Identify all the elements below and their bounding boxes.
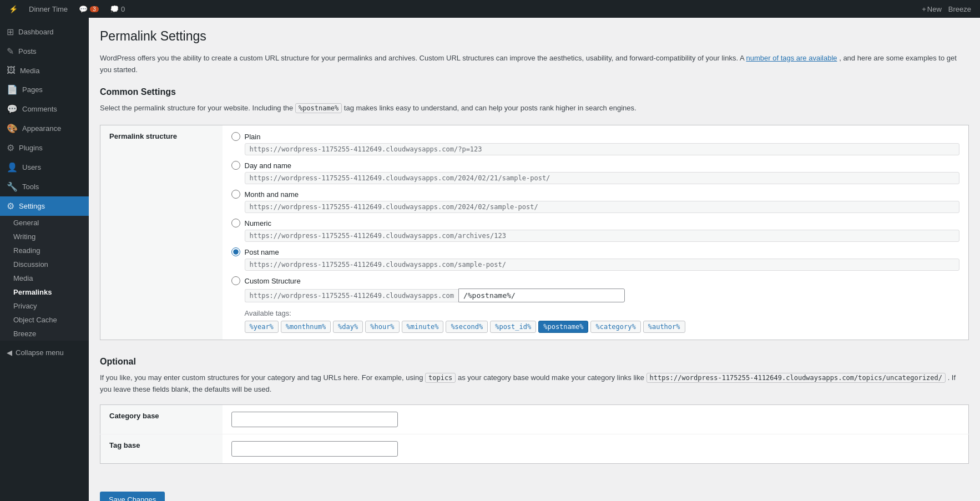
- section-desc-pre: Select the permalink structure for your …: [100, 104, 293, 112]
- new-label: New: [927, 5, 942, 13]
- adminbar-breeze[interactable]: Breeze: [944, 0, 976, 18]
- tag-btn-hour[interactable]: %hour%: [365, 321, 399, 333]
- post-name-text: Post name: [245, 248, 279, 256]
- option-month-name: Month and name https://wordpress-1175255…: [231, 190, 960, 213]
- save-changes-button[interactable]: Save Changes: [100, 492, 165, 501]
- radio-day-name[interactable]: [231, 161, 240, 170]
- category-base-row: Category base: [100, 404, 969, 434]
- submenu-item-permalinks[interactable]: Permalinks: [0, 285, 89, 299]
- example-topics-url: https://wordpress-1175255-4112649.cloudw…: [646, 373, 946, 383]
- option-plain: Plain https://wordpress-1175255-4112649.…: [231, 132, 960, 155]
- day-name-text: Day and name: [245, 161, 292, 170]
- submenu-item-discussion[interactable]: Discussion: [0, 257, 89, 271]
- submenu-item-breeze[interactable]: Breeze: [0, 327, 89, 341]
- plain-label[interactable]: Plain: [231, 132, 960, 141]
- comment-icon: 💬: [79, 5, 88, 13]
- tag-btn-year[interactable]: %year%: [245, 321, 279, 333]
- submenu-settings: GeneralWritingReadingDiscussionMediaPerm…: [0, 216, 89, 341]
- sidebar-item-users[interactable]: 👤Users: [0, 158, 89, 177]
- day-name-label[interactable]: Day and name: [231, 161, 960, 170]
- custom-label[interactable]: Custom Structure: [231, 276, 960, 285]
- tag-base-row: Tag base: [100, 434, 969, 463]
- permalink-structure-row: Permalink structure Plain https://wordpr…: [100, 125, 969, 340]
- option-custom: Custom Structure https://wordpress-11752…: [231, 276, 960, 302]
- tag-btn-post-id[interactable]: %post_id%: [490, 321, 536, 333]
- sidebar-item-label-plugins: Plugins: [19, 144, 43, 152]
- breeze-label: Breeze: [948, 5, 971, 13]
- option-numeric: Numeric https://wordpress-1175255-411264…: [231, 219, 960, 242]
- custom-text: Custom Structure: [245, 277, 301, 285]
- optional-desc-mid: as your category base would make your ca…: [458, 373, 644, 382]
- intro-link[interactable]: number of tags are available: [746, 54, 837, 62]
- postname-tag: %postname%: [295, 103, 342, 113]
- tag-base-input[interactable]: [231, 441, 398, 457]
- submenu-item-writing[interactable]: Writing: [0, 230, 89, 244]
- available-tags-label: Available tags:: [245, 309, 960, 317]
- intro-paragraph: WordPress offers you the ability to crea…: [100, 53, 969, 76]
- collapse-menu-button[interactable]: ◀ Collapse menu: [0, 343, 89, 362]
- radio-numeric[interactable]: [231, 219, 240, 227]
- sidebar-item-label-settings: Settings: [19, 202, 45, 210]
- comments-count: 3: [90, 6, 99, 12]
- bubble-count: 0: [121, 5, 125, 13]
- main-content: Permalink Settings WordPress offers you …: [89, 18, 980, 501]
- tag-btn-monthnum[interactable]: %monthnum%: [281, 321, 331, 333]
- submenu-item-reading[interactable]: Reading: [0, 244, 89, 257]
- post-name-url: https://wordpress-1175255-4112649.cloudw…: [245, 259, 960, 271]
- site-name-label: Dinner Time: [29, 5, 68, 13]
- sidebar-item-label-appearance: Appearance: [22, 124, 61, 133]
- sidebar-item-dashboard[interactable]: ⊞Dashboard: [0, 22, 89, 42]
- day-name-url: https://wordpress-1175255-4112649.cloudw…: [245, 172, 960, 184]
- month-name-label[interactable]: Month and name: [231, 190, 960, 199]
- bubble-icon: 💭: [110, 5, 119, 13]
- tag-btn-minute[interactable]: %minute%: [402, 321, 444, 333]
- sidebar-item-label-tools: Tools: [22, 183, 39, 191]
- adminbar-bubbles[interactable]: 💭 0: [105, 0, 129, 18]
- adminbar-new-button[interactable]: + New: [922, 5, 942, 13]
- settings-icon: ⚙: [7, 201, 14, 211]
- plain-url: https://wordpress-1175255-4112649.cloudw…: [245, 143, 960, 155]
- category-base-input[interactable]: [231, 412, 398, 427]
- tag-btn-category[interactable]: %category%: [590, 321, 640, 333]
- sidebar-item-pages[interactable]: 📄Pages: [0, 80, 89, 99]
- collapse-arrow-icon: ◀: [7, 348, 12, 357]
- month-name-url: https://wordpress-1175255-4112649.cloudw…: [245, 201, 960, 213]
- submenu-item-privacy[interactable]: Privacy: [0, 299, 89, 313]
- radio-post-name[interactable]: [231, 247, 240, 256]
- sidebar-item-label-posts: Posts: [18, 47, 37, 55]
- custom-structure-input[interactable]: [458, 289, 625, 302]
- custom-structure-input-row: https://wordpress-1175255-4112649.cloudw…: [245, 289, 960, 302]
- common-settings-desc: Select the permalink structure for your …: [100, 103, 969, 114]
- sidebar-item-appearance[interactable]: 🎨Appearance: [0, 119, 89, 138]
- numeric-label[interactable]: Numeric: [231, 219, 960, 227]
- sidebar-item-settings[interactable]: ⚙Settings: [0, 196, 89, 216]
- sidebar-item-label-dashboard: Dashboard: [18, 28, 54, 36]
- tag-btn-day[interactable]: %day%: [333, 321, 363, 333]
- common-settings-heading: Common Settings: [100, 87, 969, 97]
- radio-month-name[interactable]: [231, 190, 240, 199]
- wp-icon: ⚡: [9, 5, 18, 13]
- page-title: Permalink Settings: [100, 29, 969, 44]
- sidebar-item-tools[interactable]: 🔧Tools: [0, 177, 89, 196]
- radio-plain[interactable]: [231, 132, 240, 141]
- comments-icon: 💬: [7, 104, 18, 114]
- option-day-name: Day and name https://wordpress-1175255-4…: [231, 161, 960, 184]
- submenu-item-object-cache[interactable]: Object Cache: [0, 313, 89, 327]
- post-name-label[interactable]: Post name: [231, 247, 960, 256]
- submenu-item-general[interactable]: General: [0, 216, 89, 230]
- appearance-icon: 🎨: [7, 123, 18, 134]
- adminbar-comments[interactable]: 💬 3: [74, 0, 103, 18]
- adminbar-site-name[interactable]: Dinner Time: [24, 0, 72, 18]
- tag-btn-author[interactable]: %author%: [643, 321, 685, 333]
- optional-description: If you like, you may enter custom struct…: [100, 372, 969, 396]
- sidebar-item-plugins[interactable]: ⚙Plugins: [0, 138, 89, 158]
- tag-btn-second[interactable]: %second%: [446, 321, 488, 333]
- adminbar-wp-logo[interactable]: ⚡: [4, 0, 22, 18]
- sidebar-item-comments[interactable]: 💬Comments: [0, 99, 89, 119]
- sidebar-item-media[interactable]: 🖼Media: [0, 61, 89, 80]
- tag-btn-postname[interactable]: %postname%: [538, 321, 588, 333]
- intro-text-part1: WordPress offers you the ability to crea…: [100, 54, 744, 62]
- submenu-item-media[interactable]: Media: [0, 271, 89, 285]
- radio-custom[interactable]: [231, 276, 240, 285]
- sidebar-item-posts[interactable]: ✎Posts: [0, 42, 89, 61]
